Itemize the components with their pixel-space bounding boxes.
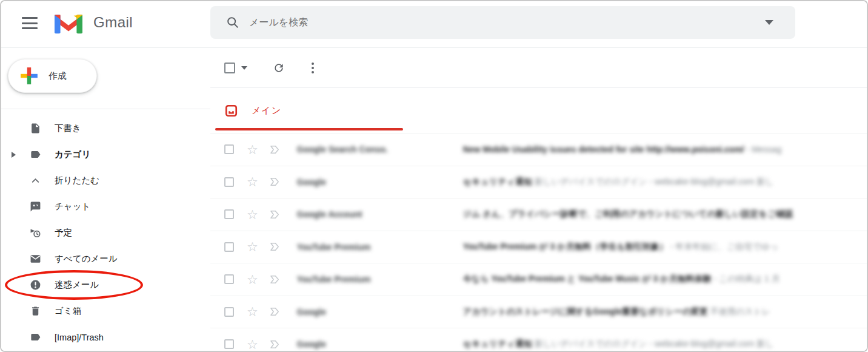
sidebar-item-8[interactable]: [Imap]/Trash [1,324,210,350]
sidebar-item-0[interactable]: 下書き [1,115,210,141]
app-title: Gmail [93,14,133,31]
sidebar-item-2[interactable]: 折りたたむ [1,168,210,194]
row-checkbox[interactable] [224,242,234,252]
sidebar-item-5[interactable]: すべてのメール [1,246,210,272]
sidebar-item-label: 迷惑メール [55,279,99,291]
importance-marker-icon[interactable] [269,338,281,351]
star-icon[interactable]: ☆ [247,273,258,286]
tab-active-underline [215,128,403,130]
sidebar-item-7[interactable]: ゴミ箱 [1,298,210,324]
chat-icon [29,201,41,213]
sidebar: 作成 下書きカテゴリ折りたたむチャット予定すべてのメール迷惑メールゴミ箱[Ima… [1,48,210,351]
sidebar-item-label: 予定 [55,227,72,239]
select-all-checkbox[interactable] [224,63,235,73]
label-icon [29,149,41,161]
importance-marker-icon[interactable] [269,143,281,156]
email-subject-snippet: New Mobile Usability issues detected for… [463,144,867,154]
chevron-up-icon [29,175,41,187]
sidebar-item-label: [Imap]/Trash [55,333,104,342]
search-icon [226,16,239,29]
sidebar-divider [1,109,210,109]
email-sender: Google [297,307,456,317]
inbox-icon [224,104,238,118]
search-bar[interactable] [210,6,795,39]
star-icon[interactable]: ☆ [247,338,258,351]
email-sender: YouTube Premium [297,242,456,252]
star-icon[interactable]: ☆ [247,240,258,253]
sidebar-item-label: すべてのメール [55,253,118,265]
gmail-window: Gmail 作成 下書きカテゴリ折りたたむチャット予定すべてのメール迷惑メールゴ… [0,0,868,352]
sidebar-item-label: チャット [55,201,90,212]
star-icon[interactable]: ☆ [247,305,258,318]
row-checkbox[interactable] [224,209,234,219]
label-icon [29,331,41,344]
email-row[interactable]: ☆ Google セキュリティ通知 新しいデバイスでのログイン - webcak… [210,166,867,199]
select-dropdown-caret-icon[interactable] [241,66,247,70]
gmail-logo-icon [55,12,82,34]
email-subject-snippet: ジム さん、プライバシー診断で、ご利用のアカウントについての新しい設定をご確認 [463,209,867,220]
importance-marker-icon[interactable] [269,208,281,221]
row-checkbox[interactable] [224,307,234,317]
hamburger-menu-icon[interactable] [22,17,38,29]
importance-marker-icon[interactable] [269,240,281,253]
email-subject-snippet: セキュリティ通知 新しいデバイスでのログイン - webcake-blog@gm… [463,339,867,350]
star-icon[interactable]: ☆ [247,143,258,156]
sidebar-item-1[interactable]: カテゴリ [1,141,210,168]
sidebar-item-label: ゴミ箱 [55,305,81,317]
row-checkbox[interactable] [224,177,234,187]
trash-icon [29,305,41,317]
importance-marker-icon[interactable] [269,175,281,188]
row-checkbox[interactable] [224,274,234,284]
draft-icon [29,123,41,135]
star-icon[interactable]: ☆ [247,175,258,188]
scheduled-send-icon [29,227,41,239]
sidebar-item-3[interactable]: チャット [1,194,210,220]
compose-label: 作成 [48,70,67,82]
sidebar-nav: 下書きカテゴリ折りたたむチャット予定すべてのメール迷惑メールゴミ箱[Imap]/… [1,115,210,350]
sidebar-item-label: カテゴリ [55,149,90,160]
email-subject-snippet: アカウントのストレージに関するGoogle重要なポリシーの変更 不使用のストレ [463,306,867,317]
email-sender: YouTube Premium [297,274,456,284]
sidebar-item-4[interactable]: 予定 [1,220,210,246]
email-subject-snippet: セキュリティ通知 新しいデバイスでのログイン - webcake-blog@gm… [463,177,867,188]
search-options-caret-icon[interactable] [765,20,773,25]
importance-marker-icon[interactable] [269,273,281,286]
email-subject-snippet: YouTube Premium が 3 か月無料（学生も割引対象） - 年末年始… [463,242,867,252]
importance-marker-icon[interactable] [269,305,281,318]
tab-primary[interactable]: メイン [215,88,403,133]
email-list: ☆ Google Search Conso. New Mobile Usabil… [210,134,867,351]
email-row[interactable]: ☆ Google Account ジム さん、プライバシー診断で、ご利用のアカウ… [210,198,867,231]
expand-arrow-icon[interactable] [12,152,16,158]
email-row[interactable]: ☆ YouTube Premium YouTube Premium が 3 か月… [210,231,867,264]
refresh-icon[interactable] [273,62,285,74]
email-subject-snippet: 今なら YouTube Premium と YouTube Music が 3 … [463,274,867,285]
mail-icon [29,253,41,265]
main-pane: メイン ☆ Google Search Conso. New Mobile Us… [210,48,867,351]
email-sender: Google Account [297,209,456,219]
sidebar-item-label: 折りたたむ [55,175,99,186]
tab-bar: メイン [210,88,867,134]
email-sender: Google [297,339,456,349]
email-row[interactable]: ☆ Google Search Conso. New Mobile Usabil… [210,134,867,166]
spam-icon [29,279,41,291]
sidebar-item-6[interactable]: 迷惑メール [1,272,210,298]
sidebar-item-label: 下書き [55,123,81,134]
row-checkbox[interactable] [224,144,234,154]
compose-plus-icon [19,66,39,86]
list-toolbar [210,48,867,88]
compose-button[interactable]: 作成 [8,59,97,93]
email-row[interactable]: ☆ Google セキュリティ通知 新しいデバイスでのログイン - webcak… [210,328,867,351]
email-sender: Google Search Conso. [297,144,456,154]
row-checkbox[interactable] [224,339,234,349]
header: Gmail [1,1,867,48]
tab-primary-label: メイン [252,105,281,117]
search-input[interactable] [249,17,765,28]
email-sender: Google [297,177,456,187]
more-options-icon[interactable] [309,60,316,76]
star-icon[interactable]: ☆ [247,208,258,221]
email-row[interactable]: ☆ Google アカウントのストレージに関するGoogle重要なポリシーの変更… [210,296,867,329]
email-row[interactable]: ☆ YouTube Premium 今なら YouTube Premium と … [210,263,867,296]
